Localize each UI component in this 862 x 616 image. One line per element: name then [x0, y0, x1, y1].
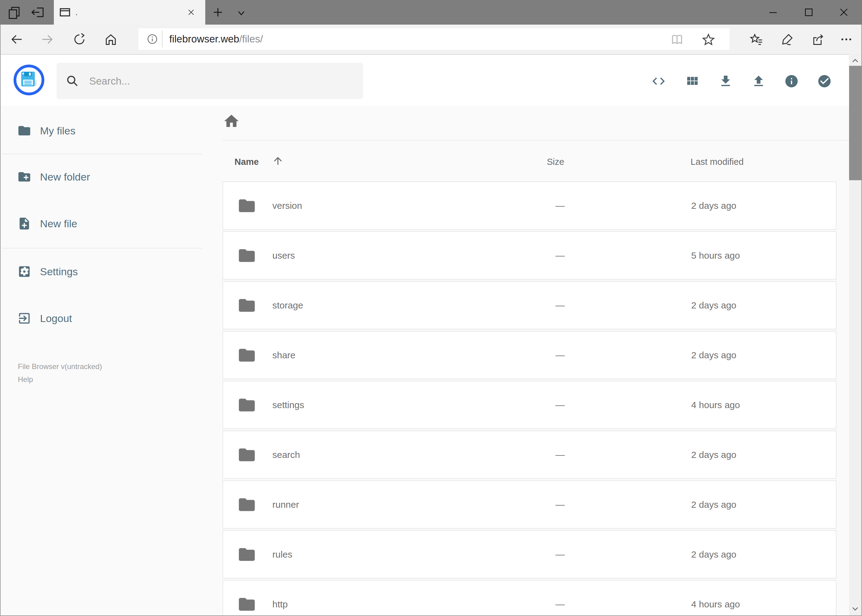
set-tabs-aside-icon[interactable] — [30, 5, 45, 20]
file-modified: 2 days ago — [691, 449, 736, 460]
folder-icon — [237, 445, 256, 464]
floppy-disk-icon — [20, 71, 37, 89]
window-border-left — [0, 25, 1, 616]
file-name: runner — [273, 500, 299, 510]
sidebar-item-my-files[interactable]: My files — [0, 115, 203, 147]
folder-icon — [237, 396, 256, 415]
file-row-users[interactable]: users — 5 hours ago — [222, 231, 837, 280]
home-nav-icon[interactable] — [104, 33, 118, 46]
tab-title: . — [76, 0, 77, 25]
sidebar-item-settings[interactable]: Settings — [0, 256, 203, 288]
minimize-icon[interactable] — [767, 6, 779, 19]
back-icon[interactable] — [10, 33, 24, 46]
url-path: /files/ — [239, 33, 263, 45]
sidebar-item-label: New folder — [40, 171, 90, 183]
file-size: — — [555, 201, 565, 211]
new-folder-icon — [17, 170, 32, 184]
folder-icon — [237, 346, 256, 365]
logout-icon — [17, 311, 32, 325]
column-header-modified[interactable]: Last modified — [690, 157, 744, 167]
file-row-rules[interactable]: rules — 2 days ago — [222, 530, 837, 578]
forward-icon[interactable] — [41, 33, 54, 46]
sidebar-divider — [2, 154, 202, 154]
search-box[interactable] — [57, 63, 363, 99]
file-modified: 2 days ago — [691, 300, 736, 311]
close-window-icon[interactable] — [838, 6, 850, 19]
sort-ascending-icon[interactable] — [272, 155, 284, 167]
more-menu-icon[interactable] — [840, 33, 853, 46]
browser-tab[interactable]: . — [54, 0, 205, 25]
new-tab-icon[interactable] — [212, 6, 224, 19]
file-name: storage — [273, 300, 303, 311]
select-multiple-icon[interactable] — [817, 74, 832, 89]
folder-icon — [237, 196, 256, 215]
file-row-runner[interactable]: runner — 2 days ago — [222, 480, 837, 529]
search-icon — [66, 74, 79, 87]
sidebar-item-label: New file — [40, 218, 77, 230]
code-icon[interactable] — [651, 74, 666, 89]
file-name: share — [273, 350, 295, 360]
reading-view-icon[interactable] — [670, 33, 684, 46]
file-modified: 2 days ago — [691, 549, 736, 560]
file-row-storage[interactable]: storage — 2 days ago — [222, 281, 837, 329]
file-modified: 2 days ago — [691, 201, 736, 211]
file-size: — — [555, 500, 565, 510]
file-row-share[interactable]: share — 2 days ago — [222, 331, 837, 379]
favorites-hub-icon[interactable] — [750, 33, 763, 46]
grid-view-icon[interactable] — [685, 74, 700, 89]
sidebar-item-label: My files — [40, 125, 76, 137]
share-icon[interactable] — [812, 33, 825, 46]
file-name: settings — [273, 400, 304, 410]
column-header-name[interactable]: Name — [235, 157, 259, 167]
sidebar-item-new-file[interactable]: New file — [0, 207, 203, 240]
scrollbar-thumb[interactable] — [849, 66, 861, 180]
favorite-star-icon[interactable] — [702, 33, 715, 46]
file-row-settings[interactable]: settings — 4 hours ago — [222, 381, 837, 429]
file-size: — — [555, 350, 565, 360]
web-notes-pen-icon[interactable] — [780, 33, 794, 46]
file-size: — — [555, 549, 565, 560]
column-header-size[interactable]: Size — [547, 157, 564, 167]
download-icon[interactable] — [718, 74, 733, 89]
scroll-up-icon[interactable] — [851, 57, 860, 65]
sidebar-item-new-folder[interactable]: New folder — [0, 161, 203, 193]
folder-icon — [17, 124, 32, 138]
scroll-down-icon[interactable] — [851, 604, 860, 613]
file-size: — — [555, 300, 565, 311]
file-name: version — [273, 201, 302, 211]
file-size: — — [555, 449, 565, 460]
search-input[interactable] — [89, 63, 355, 100]
filebrowser-logo[interactable] — [14, 64, 44, 95]
file-size: — — [555, 599, 565, 610]
refresh-icon[interactable] — [72, 33, 86, 46]
close-tab-icon[interactable] — [186, 7, 196, 17]
settings-icon — [17, 264, 32, 279]
new-file-icon — [17, 217, 32, 231]
file-name: rules — [273, 549, 292, 560]
tab-list-chevron-icon[interactable] — [236, 7, 247, 19]
filebrowser-content: My files New folder New file Settings Lo… — [0, 106, 862, 616]
help-link[interactable]: Help — [18, 373, 33, 386]
file-row-search[interactable]: search — 2 days ago — [222, 431, 837, 479]
tab-preview-icon[interactable] — [7, 5, 22, 20]
breadcrumb-home-icon[interactable] — [223, 113, 240, 130]
sidebar-item-logout[interactable]: Logout — [0, 302, 203, 334]
version-text: File Browser v(untracked) — [18, 360, 102, 373]
file-row-version[interactable]: version — 2 days ago — [222, 181, 837, 230]
url-text: filebrowser.web/files/ — [169, 28, 263, 50]
file-size: — — [555, 250, 565, 261]
file-row-http[interactable]: http — 4 hours ago — [222, 580, 837, 616]
maximize-icon[interactable] — [803, 6, 815, 19]
upload-icon[interactable] — [751, 74, 766, 89]
browser-titlebar: . — [0, 0, 862, 25]
file-modified: 4 hours ago — [691, 599, 740, 610]
file-size: — — [555, 400, 565, 410]
sidebar-divider — [2, 248, 202, 248]
url-bar[interactable]: filebrowser.web/files/ — [139, 28, 730, 50]
breadcrumb-divider — [222, 140, 849, 141]
info-icon[interactable] — [784, 74, 799, 89]
page-scrollbar[interactable] — [849, 54, 861, 615]
file-name: users — [273, 250, 295, 261]
page-info-icon[interactable] — [147, 33, 158, 45]
page-favicon-icon — [59, 6, 71, 19]
